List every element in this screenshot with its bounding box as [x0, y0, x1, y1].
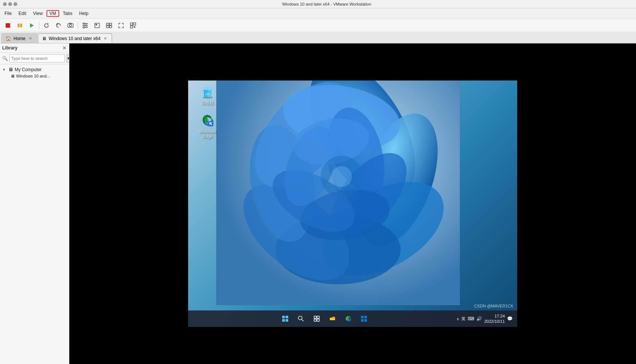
taskbar-taskview-btn[interactable] [311, 313, 323, 325]
vm-wallpaper: 回收站 [188, 81, 517, 327]
svg-rect-50 [286, 319, 288, 322]
recycle-bin-label: 回收站 [202, 101, 214, 106]
taskbar-notification-icon: 💬 [507, 316, 513, 321]
svg-rect-17 [106, 23, 109, 25]
taskbar-date-display: 2022/10/11 [484, 319, 505, 324]
taskbar-search-btn[interactable] [295, 313, 307, 325]
svg-point-14 [83, 27, 85, 28]
svg-rect-59 [361, 319, 364, 322]
sidebar-tree: ▼ 🖥 My Computer 🖥 Windows 10 and... [0, 64, 69, 81]
taskbar-center [279, 313, 370, 325]
separator-2 [78, 22, 78, 29]
svg-point-13 [85, 25, 87, 26]
svg-rect-23 [130, 26, 133, 28]
menu-vm[interactable]: VM [46, 10, 59, 17]
toolbar [0, 19, 636, 32]
svg-rect-2 [20, 24, 22, 27]
my-computer-item[interactable]: ▼ 🖥 My Computer [0, 66, 69, 73]
taskbar-clock[interactable]: 17:24 2022/10/11 [484, 313, 505, 324]
restart-btn[interactable] [41, 20, 52, 31]
computer-icon: 🖥 [8, 67, 13, 72]
tab-home-label: Home [13, 36, 25, 41]
svg-point-7 [69, 24, 72, 27]
watermark: CSDN @MAVER1CK [474, 304, 513, 308]
revert-btn[interactable] [53, 20, 64, 31]
svg-rect-45 [205, 87, 210, 88]
taskbar: ∧ 英 ⌨ 🔊 17:24 2022/10/11 💬 [188, 310, 517, 327]
vm-icon: 🖥 [10, 74, 15, 78]
search-icon: 🔍 [2, 56, 8, 61]
sidebar-close-btn[interactable]: ✕ [62, 45, 67, 51]
edge-icon[interactable]: Microsoft Edge [196, 113, 220, 139]
power-off-btn[interactable] [2, 20, 13, 31]
search-input[interactable] [9, 54, 65, 63]
sidebar-header: Library ✕ [0, 43, 69, 53]
svg-rect-0 [6, 23, 10, 28]
wallpaper-flower-svg [207, 81, 469, 305]
menu-help[interactable]: Help [76, 10, 91, 17]
tab-vm[interactable]: 🖥 Windows 10 and later x64 ✕ [38, 33, 112, 43]
start-button[interactable] [279, 313, 291, 325]
quick-switch-btn[interactable] [103, 20, 115, 31]
svg-rect-20 [109, 26, 112, 28]
watermark-text: CSDN @MAVER1CK [474, 304, 513, 308]
menu-file[interactable]: File [1, 10, 15, 17]
svg-rect-44 [202, 88, 213, 90]
vm-item[interactable]: 🖥 Windows 10 and... [8, 73, 69, 79]
taskbar-edge-btn[interactable] [342, 313, 354, 325]
svg-rect-22 [133, 23, 136, 25]
home-tab-icon: 🏠 [6, 36, 11, 41]
svg-rect-8 [69, 23, 72, 24]
tree-children: 🖥 Windows 10 and... [0, 73, 69, 79]
vm-item-label: Windows 10 and... [16, 74, 50, 78]
taskbar-chevron-icon: ∧ [456, 317, 459, 321]
taskbar-explorer-btn[interactable] [326, 313, 338, 325]
tab-home[interactable]: 🏠 Home ✕ [1, 33, 37, 43]
taskbar-lang-indicator: 英 [461, 316, 465, 322]
svg-point-12 [83, 23, 85, 24]
dot-1 [3, 2, 7, 6]
snapshot-btn[interactable] [65, 20, 76, 31]
menu-edit[interactable]: Edit [15, 10, 29, 17]
svg-marker-3 [30, 23, 34, 28]
tab-bar: 🏠 Home ✕ 🖥 Windows 10 and later x64 ✕ [0, 32, 636, 43]
svg-rect-19 [106, 26, 109, 28]
svg-rect-58 [364, 316, 367, 318]
taskbar-keyboard-icon: ⌨ [468, 316, 474, 321]
tab-vm-label: Windows 10 and later x64 [49, 36, 100, 41]
tab-vm-close[interactable]: ✕ [103, 36, 108, 41]
svg-rect-56 [317, 319, 319, 321]
svg-rect-18 [109, 23, 112, 25]
edge-img [200, 113, 215, 128]
play-btn[interactable] [26, 20, 37, 31]
main-layout: Library ✕ 🔍 ▼ ▼ 🖥 My Computer 🖥 Windows … [0, 43, 636, 364]
suspend-btn[interactable] [14, 20, 25, 31]
recycle-bin-icon[interactable]: 回收站 [196, 84, 220, 106]
window-controls [3, 2, 17, 6]
svg-rect-16 [96, 24, 97, 25]
menu-view[interactable]: View [30, 10, 46, 17]
svg-rect-1 [18, 24, 19, 27]
taskbar-right: ∧ 英 ⌨ 🔊 17:24 2022/10/11 💬 [456, 313, 513, 324]
menu-tabs[interactable]: Tabs [60, 10, 75, 17]
dot-3 [13, 2, 17, 6]
vm-screen[interactable]: 回收站 [188, 81, 517, 327]
svg-rect-47 [282, 316, 285, 318]
taskbar-time-display: 17:24 [494, 313, 505, 319]
fullscreen-btn[interactable] [115, 20, 127, 31]
taskbar-volume-icon: 🔊 [476, 316, 482, 321]
taskbar-store-btn[interactable] [358, 313, 370, 325]
unity-btn[interactable] [127, 20, 139, 31]
sidebar-search-bar: 🔍 ▼ [0, 53, 69, 64]
window-title: Windows 10 and later x64 - VMware Workst… [20, 2, 633, 6]
full-view-btn[interactable] [91, 20, 103, 31]
svg-point-42 [331, 166, 352, 187]
tab-home-close[interactable]: ✕ [28, 36, 33, 41]
recycle-bin-img [200, 84, 215, 99]
vm-tab-icon: 🖥 [42, 36, 46, 41]
svg-rect-57 [361, 316, 364, 318]
svg-rect-53 [314, 316, 316, 318]
dot-2 [8, 2, 12, 6]
vm-display-area[interactable]: 回收站 [69, 43, 636, 364]
settings-btn[interactable] [79, 20, 91, 31]
